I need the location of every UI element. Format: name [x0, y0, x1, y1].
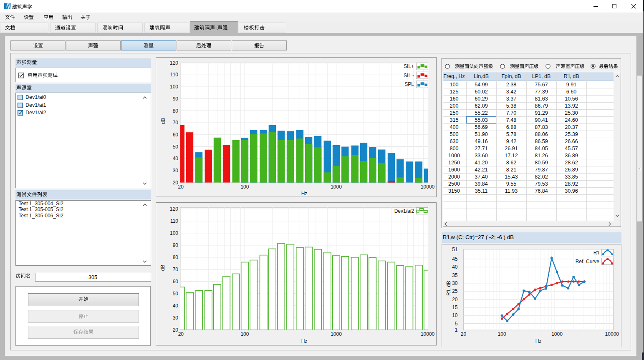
svg-text:70: 70	[173, 120, 179, 126]
svg-text:30: 30	[173, 315, 179, 321]
svg-text:120: 120	[170, 206, 178, 212]
svg-text:10000: 10000	[421, 331, 435, 337]
svg-text:110: 110	[170, 218, 178, 224]
svg-text:Hz: Hz	[301, 191, 308, 196]
svg-text:90: 90	[173, 96, 179, 102]
svg-text:40: 40	[173, 156, 179, 161]
svg-text:1000: 1000	[331, 184, 342, 190]
svg-text:1000: 1000	[331, 331, 342, 337]
svg-text:25: 25	[452, 288, 458, 294]
svg-text:100: 100	[240, 184, 249, 190]
svg-text:35: 35	[452, 272, 458, 278]
svg-text:80: 80	[173, 108, 179, 114]
svg-text:70: 70	[173, 267, 179, 272]
svg-text:60: 60	[173, 279, 179, 284]
svg-text:SIL+: SIL+	[404, 63, 414, 69]
svg-text:SIL -: SIL -	[404, 73, 414, 78]
svg-text:100: 100	[498, 331, 506, 337]
svg-text:1: 1	[455, 327, 458, 333]
svg-text:90: 90	[173, 242, 179, 248]
svg-text:30: 30	[452, 280, 458, 286]
svg-text:20: 20	[178, 331, 184, 337]
svg-text:110: 110	[170, 72, 178, 78]
svg-text:1000: 1000	[551, 331, 563, 337]
svg-text:60: 60	[173, 132, 179, 138]
svg-text:dB: dB	[160, 118, 166, 124]
svg-text:50: 50	[173, 291, 179, 297]
svg-text:20: 20	[452, 296, 458, 302]
svg-text:100: 100	[170, 84, 178, 90]
svg-text:30: 30	[173, 168, 179, 174]
svg-text:50: 50	[173, 144, 179, 150]
svg-text:Hz: Hz	[301, 338, 308, 344]
svg-text:R'I, dB: R'I, dB	[446, 281, 452, 296]
svg-text:51: 51	[452, 246, 458, 252]
svg-text:10000: 10000	[421, 184, 435, 190]
svg-text:Dev1/ai2: Dev1/ai2	[394, 208, 414, 214]
svg-text:20: 20	[461, 331, 467, 337]
svg-text:40: 40	[173, 303, 179, 309]
svg-text:Ref. Curve: Ref. Curve	[576, 259, 600, 264]
svg-text:SPL: SPL	[404, 81, 414, 87]
svg-text:5: 5	[455, 320, 458, 326]
svg-text:10: 10	[452, 312, 458, 318]
svg-text:15: 15	[452, 304, 458, 310]
svg-text:20: 20	[173, 327, 179, 333]
svg-text:dB: dB	[160, 265, 166, 271]
svg-text:45: 45	[452, 256, 458, 262]
svg-text:Hz: Hz	[535, 338, 542, 344]
svg-text:20: 20	[178, 184, 184, 190]
svg-text:R'I: R'I	[593, 250, 599, 256]
svg-text:40: 40	[452, 264, 458, 270]
svg-text:100: 100	[240, 331, 249, 337]
svg-text:10000: 10000	[605, 331, 619, 337]
svg-text:120: 120	[170, 60, 178, 66]
svg-text:20: 20	[173, 180, 179, 186]
svg-text:80: 80	[173, 254, 179, 260]
svg-text:100: 100	[170, 230, 178, 236]
